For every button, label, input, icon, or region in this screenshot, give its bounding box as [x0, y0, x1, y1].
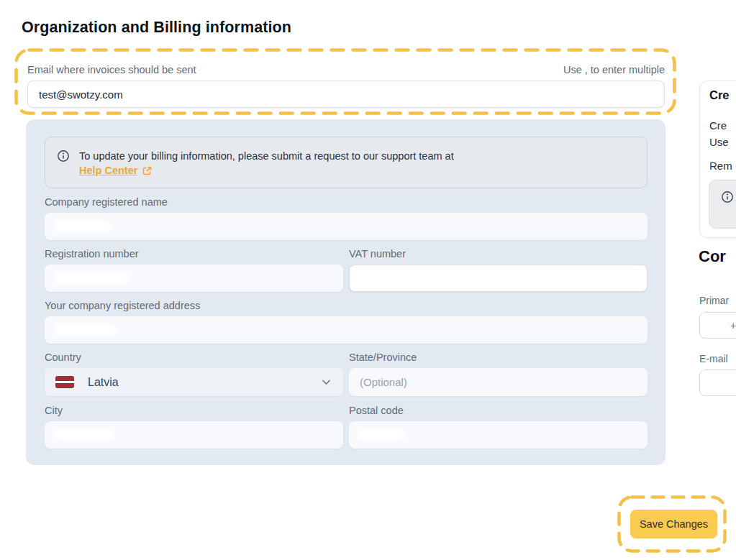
external-link-icon [142, 165, 153, 176]
city-field[interactable] [45, 421, 343, 449]
email-field-input[interactable] [699, 369, 736, 396]
contact-section-heading: Cor [699, 247, 726, 266]
credit-line-1: Cre [709, 119, 727, 132]
redacted-value [53, 428, 114, 441]
country-select[interactable]: Latvia [45, 368, 343, 396]
vat-number-input[interactable] [349, 265, 648, 292]
company-name-label: Company registered name [45, 196, 168, 208]
state-input[interactable] [349, 368, 648, 396]
country-label: Country [45, 352, 81, 363]
help-center-link[interactable]: Help Center [79, 165, 137, 176]
address-label: Your company registered address [45, 300, 200, 311]
page-title: Organization and Billing information [22, 19, 291, 37]
primary-field-label: Primar [699, 295, 729, 306]
registration-number-label: Registration number [45, 248, 139, 260]
city-label: City [45, 405, 63, 416]
postal-code-field[interactable] [349, 421, 648, 449]
address-field[interactable] [45, 316, 648, 344]
vat-number-label: VAT number [349, 248, 406, 260]
state-label: State/Province [349, 352, 417, 363]
info-icon [57, 150, 70, 162]
redacted-value [53, 272, 129, 284]
billing-settings-page: Organization and Billing information Ema… [0, 0, 736, 560]
chevron-down-icon [319, 375, 333, 389]
primary-field-input[interactable]: + [699, 312, 736, 339]
save-button[interactable]: Save Changes [630, 510, 717, 538]
credit-card-heading: Cre [709, 88, 730, 102]
registration-number-field[interactable] [45, 265, 343, 292]
info-icon [721, 191, 734, 203]
latvia-flag-icon [55, 376, 74, 388]
redacted-value [53, 323, 117, 336]
invoice-email-label: Email where invoices should be sent [27, 64, 196, 75]
invoice-email-input[interactable] [27, 81, 665, 108]
credit-info-box [709, 180, 736, 229]
country-value: Latvia [88, 376, 319, 389]
invoice-email-hint: Use , to enter multiple [563, 64, 665, 75]
billing-notice [45, 137, 648, 188]
notice-text: To update your billing information, plea… [79, 150, 454, 162]
credit-line-3: Rem [709, 160, 732, 172]
credit-line-2: Use [709, 136, 729, 148]
redacted-value [53, 220, 111, 232]
redacted-value [358, 428, 405, 441]
postal-code-label: Postal code [349, 405, 404, 416]
phone-prefix-partial: + [730, 320, 736, 331]
email-field-label: E-mail [699, 353, 728, 364]
company-name-field[interactable] [45, 213, 648, 240]
